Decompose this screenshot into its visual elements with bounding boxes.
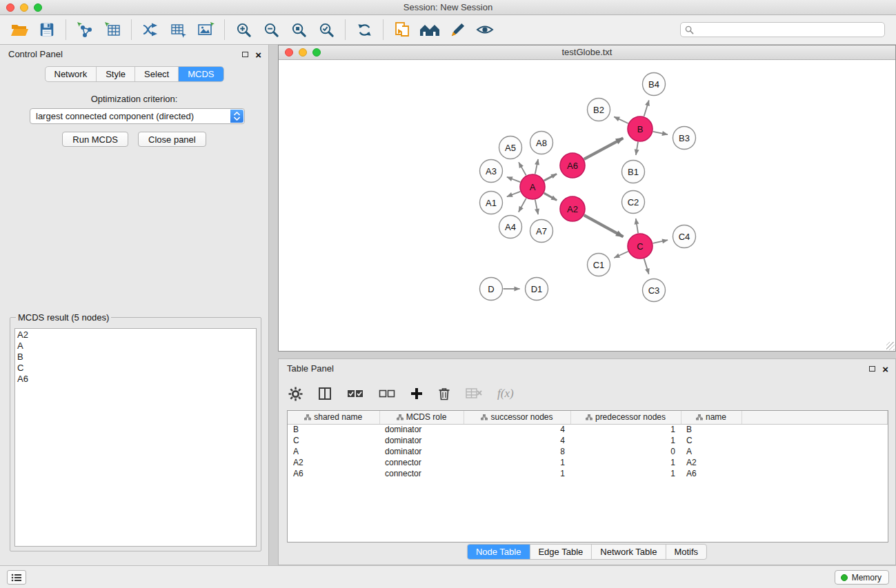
graph-edge-C-C4[interactable] [653, 240, 668, 243]
graph-edge-B-B2[interactable] [614, 116, 628, 123]
criterion-dropdown[interactable]: largest connected component (directed) [30, 108, 245, 124]
graph-node-A4[interactable]: A4 [499, 216, 522, 239]
graph-edge-B-B3[interactable] [653, 132, 668, 134]
tab-network[interactable]: Network [45, 67, 97, 81]
table-row[interactable]: A6connector11A6 [288, 468, 888, 479]
graph-edge-A-A4[interactable] [519, 199, 526, 212]
close-table-panel-icon[interactable]: × [882, 364, 888, 374]
graph-node-B[interactable]: B [628, 116, 653, 141]
result-item[interactable]: A [17, 341, 254, 352]
close-panel-button[interactable]: Close panel [138, 132, 206, 147]
graph-node-A[interactable]: A [520, 174, 545, 199]
minimize-window-button[interactable] [20, 3, 28, 12]
graph-edge-A6-B[interactable] [584, 138, 624, 159]
result-item[interactable]: A2 [17, 330, 254, 341]
column-header-predecessor-nodes[interactable]: predecessor nodes [570, 411, 681, 424]
graph-node-A8[interactable]: A8 [530, 132, 553, 154]
home-networks-button[interactable] [416, 17, 444, 42]
run-mcds-button[interactable]: Run MCDS [62, 132, 128, 147]
graph-node-B2[interactable]: B2 [588, 99, 610, 121]
graph-node-D1[interactable]: D1 [526, 278, 548, 301]
function-builder-button[interactable]: f(x) [497, 383, 514, 404]
graph-node-D[interactable]: D [480, 278, 503, 301]
tab-select[interactable]: Select [135, 67, 179, 81]
result-item[interactable]: B [17, 352, 254, 363]
table-row[interactable]: Cdominator41C [288, 435, 888, 446]
zoom-window-button[interactable] [34, 3, 42, 12]
tab-style[interactable]: Style [97, 67, 135, 81]
import-network-from-file-button[interactable] [71, 17, 99, 42]
column-header-name[interactable]: name [681, 411, 741, 424]
new-network-table-button[interactable] [164, 17, 192, 42]
select-all-button[interactable] [347, 383, 364, 404]
graph-edge-A-A6[interactable] [544, 174, 557, 181]
tab-motifs[interactable]: Motifs [666, 545, 706, 559]
graph-node-C4[interactable]: C4 [673, 225, 696, 248]
tab-edge-table[interactable]: Edge Table [530, 545, 592, 559]
open-file-button[interactable] [6, 17, 33, 42]
graph-node-B3[interactable]: B3 [673, 127, 696, 150]
apply-style-button[interactable] [444, 17, 471, 42]
tab-mcds[interactable]: MCDS [179, 67, 223, 81]
graph-edge-A-A3[interactable] [507, 177, 520, 182]
search-field[interactable] [680, 22, 885, 37]
zoom-selected-button[interactable] [312, 17, 340, 42]
add-row-button[interactable] [410, 383, 423, 404]
graph-node-A5[interactable]: A5 [499, 136, 522, 159]
graph-edge-A-A7[interactable] [535, 200, 538, 214]
graph-edge-B-B4[interactable] [644, 100, 649, 116]
refresh-view-button[interactable] [350, 17, 378, 42]
result-item[interactable]: C [17, 363, 254, 374]
graph-edge-A-A2[interactable] [544, 193, 557, 200]
tab-network-table[interactable]: Network Table [592, 545, 666, 559]
zoom-fit-button[interactable] [285, 17, 312, 42]
tab-node-table[interactable]: Node Table [468, 545, 530, 559]
graph-node-A1[interactable]: A1 [480, 192, 503, 214]
graph-node-A2[interactable]: A2 [560, 196, 585, 221]
column-header-mcds-role[interactable]: MCDS role [379, 411, 464, 424]
graph-node-C3[interactable]: C3 [643, 279, 666, 302]
graph-node-A6[interactable]: A6 [560, 153, 585, 178]
graph-edge-A2-C[interactable] [584, 215, 624, 236]
delete-row-button[interactable] [438, 383, 450, 404]
minimize-network-window-button[interactable] [299, 48, 307, 57]
float-table-panel-icon[interactable] [869, 366, 875, 372]
deselect-all-button[interactable] [379, 383, 395, 404]
close-window-button[interactable] [6, 3, 14, 12]
graph-node-B1[interactable]: B1 [622, 161, 645, 183]
save-session-button[interactable] [33, 17, 61, 42]
memory-button[interactable]: Memory [835, 570, 889, 585]
graph-node-A7[interactable]: A7 [530, 220, 553, 243]
mcds-result-list[interactable]: A2ABCA6 [14, 328, 257, 547]
column-header-shared-name[interactable]: shared name [288, 411, 379, 424]
graph-node-C2[interactable]: C2 [622, 191, 645, 214]
graph-edge-B-B1[interactable] [636, 142, 638, 155]
graph-node-B4[interactable]: B4 [643, 73, 666, 96]
graph-edge-C-C2[interactable] [636, 219, 638, 233]
table-row[interactable]: A2connector11A2 [288, 457, 888, 468]
show-hide-panel-button[interactable] [471, 17, 499, 42]
network-canvas[interactable]: B4B2BB3A5A8A6A3B1AA1C2A2A4A7CC4C1C3DD1 [279, 60, 895, 351]
graph-node-C[interactable]: C [628, 234, 653, 258]
result-item[interactable]: A6 [17, 374, 254, 385]
float-panel-icon[interactable] [242, 52, 248, 57]
import-table-from-file-button[interactable] [99, 17, 126, 42]
export-image-button[interactable] [192, 17, 219, 42]
table-settings-button[interactable] [288, 383, 303, 404]
zoom-network-window-button[interactable] [312, 48, 321, 57]
delete-table-button[interactable] [466, 383, 482, 404]
close-panel-icon[interactable]: × [255, 50, 261, 60]
paste-clipboard-button[interactable] [388, 17, 416, 42]
graph-edge-A-A5[interactable] [519, 162, 526, 175]
graph-node-C1[interactable]: C1 [588, 254, 610, 276]
task-history-button[interactable] [7, 570, 26, 585]
zoom-out-button[interactable] [257, 17, 285, 42]
graph-edge-A-A1[interactable] [507, 192, 520, 196]
search-input[interactable] [697, 25, 880, 34]
table-row[interactable]: Adominator80A [288, 446, 888, 457]
table-row[interactable]: Bdominator41B [288, 424, 888, 435]
graph-edge-C-C1[interactable] [614, 252, 628, 258]
graph-edge-A-A8[interactable] [535, 159, 538, 174]
close-network-window-button[interactable] [285, 48, 293, 57]
graph-node-A3[interactable]: A3 [480, 160, 503, 183]
